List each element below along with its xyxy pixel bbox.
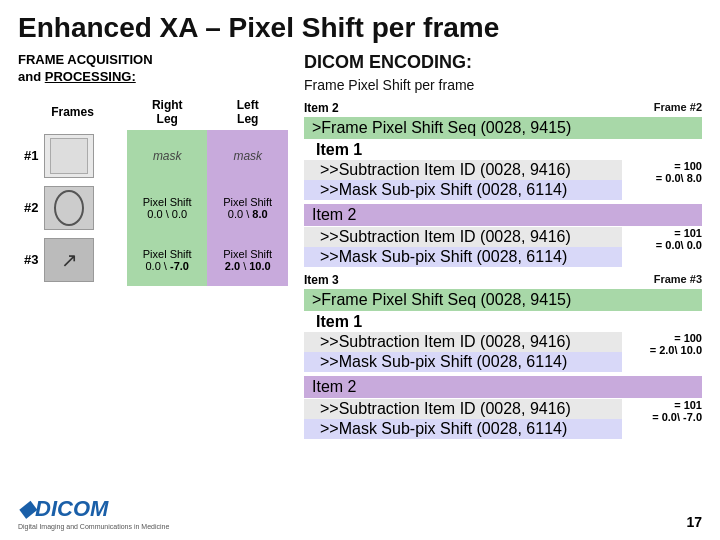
frame3-item2-row1: >>Subtraction Item ID (0028, 9416) >>Mas… — [304, 399, 702, 439]
tag-label: >>Subtraction Item ID (0028, 9416) — [320, 161, 571, 179]
frame2-item1-val1: = 100 — [626, 160, 702, 172]
col-frames-header: Frames — [18, 94, 127, 130]
tag-label: >>Subtraction Item ID (0028, 9416) — [320, 400, 571, 418]
dicom-encoding-header: DICOM ENCODING: — [304, 52, 702, 73]
frame1-label: #1 — [24, 148, 38, 163]
tag-label: >>Subtraction Item ID (0028, 9416) — [320, 228, 571, 246]
frame3-item2-val1: = 101 — [626, 399, 702, 411]
dicom-encoding-subheader: Frame Pixel Shift per frame — [304, 77, 702, 93]
frame2-badge: Frame #2 — [654, 101, 702, 115]
tag-label: >>Mask Sub-pix Shift (0028, 6114) — [320, 420, 567, 438]
frame3-thumb: ↗ — [44, 238, 94, 282]
frame2-item1-row1: >>Subtraction Item ID (0028, 9416) >>Mas… — [304, 160, 702, 200]
frame2-label: #2 — [24, 200, 38, 215]
frame3-label: #3 — [24, 252, 38, 267]
page-title: Enhanced XA – Pixel Shift per frame — [0, 0, 720, 52]
dicom-subtitle: Digital Imaging and Communications in Me… — [18, 523, 169, 530]
frame2-item2-label: Item 2 — [304, 204, 702, 226]
frame2-item1-val2: = 0.0\ 8.0 — [626, 172, 702, 184]
frame3-item-label: Item 3 — [304, 273, 339, 287]
frame2-item1: Item 1 >>Subtraction Item ID (0028, 9416… — [304, 140, 702, 200]
tag-label: >>Subtraction Item ID (0028, 9416) — [320, 333, 571, 351]
frame3-item1-val1: = 100 — [626, 332, 702, 344]
frame1-thumb — [44, 134, 94, 178]
left-panel: FRAME ACQUISITION and PROCESSING: Frames… — [18, 52, 288, 445]
frame2-item2: Item 2 >>Subtraction Item ID (0028, 9416… — [304, 204, 702, 267]
table-row: #3 ↗ Pixel Shift0.0 \ -7.0 Pixel Shift2.… — [18, 234, 288, 286]
tag-label: >>Mask Sub-pix Shift (0028, 6114) — [320, 353, 567, 371]
arrow-icon: ↗ — [61, 248, 78, 272]
frame3-badge: Frame #3 — [654, 273, 702, 287]
frame2-item1-label: Item 1 — [304, 140, 702, 160]
frame3-item1-val2: = 2.0\ 10.0 — [626, 344, 702, 356]
col-right-header: RightLeg — [127, 94, 208, 130]
frame3-right: Pixel Shift0.0 \ -7.0 — [127, 234, 208, 286]
frame2-item2-mask: >>Mask Sub-pix Shift (0028, 6114) — [304, 247, 622, 267]
col-left-header: LeftLeg — [207, 94, 288, 130]
frame2-seq: >Frame Pixel Shift Seq (0028, 9415) — [304, 117, 702, 139]
frame2-section: Item 2 Frame #2 >Frame Pixel Shift Seq (… — [304, 101, 702, 267]
frame3-section: Item 3 Frame #3 >Frame Pixel Shift Seq (… — [304, 273, 702, 439]
frames-table: Frames RightLeg LeftLeg #1 — [18, 94, 288, 286]
header-line1: FRAME ACQUISITION — [18, 52, 153, 67]
tag-label: >>Mask Sub-pix Shift (0028, 6114) — [320, 248, 567, 266]
frame3-item1-label: Item 1 — [304, 312, 702, 332]
header-line2-underline: PROCESSING: — [45, 69, 136, 84]
frame2-item1-subtraction: >>Subtraction Item ID (0028, 9416) — [304, 160, 622, 180]
frame3-title-row: Item 3 Frame #3 — [304, 273, 702, 287]
dicom-logo: ◆DICOM Digital Imaging and Communication… — [18, 496, 169, 530]
frame2-item2-val2: = 0.0\ 0.0 — [626, 239, 702, 251]
dicom-logo-text: ◆DICOM — [18, 496, 108, 521]
frame3-item2-subtraction: >>Subtraction Item ID (0028, 9416) — [304, 399, 622, 419]
frame1-right: mask — [127, 130, 208, 182]
frame2-item1-mask: >>Mask Sub-pix Shift (0028, 6114) — [304, 180, 622, 200]
frame2-item-label: Item 2 — [304, 101, 339, 115]
frame3-item1: Item 1 >>Subtraction Item ID (0028, 9416… — [304, 312, 702, 372]
table-row: #1 mask mask — [18, 130, 288, 182]
frame1-left: mask — [207, 130, 288, 182]
frame2-title-row: Item 2 Frame #2 — [304, 101, 702, 115]
frame2-item2-val1: = 101 — [626, 227, 702, 239]
table-row: #2 Pixel Shift0.0 \ 0.0 Pixel Shift0.0 \… — [18, 182, 288, 234]
frame3-item1-subtraction: >>Subtraction Item ID (0028, 9416) — [304, 332, 622, 352]
header-line2: and — [18, 69, 45, 84]
frame3-item1-row1: >>Subtraction Item ID (0028, 9416) >>Mas… — [304, 332, 702, 372]
tag-label: >>Mask Sub-pix Shift (0028, 6114) — [320, 181, 567, 199]
frame2-item2-subtraction: >>Subtraction Item ID (0028, 9416) — [304, 227, 622, 247]
frame3-item1-mask: >>Mask Sub-pix Shift (0028, 6114) — [304, 352, 622, 372]
frame2-item2-row1: >>Subtraction Item ID (0028, 9416) >>Mas… — [304, 227, 702, 267]
frame3-seq: >Frame Pixel Shift Seq (0028, 9415) — [304, 289, 702, 311]
frame3-item2-label: Item 2 — [304, 376, 702, 398]
frame2-right: Pixel Shift0.0 \ 0.0 — [127, 182, 208, 234]
frame3-item2-val2: = 0.0\ -7.0 — [626, 411, 702, 423]
page-number: 17 — [686, 514, 702, 530]
frame3-item2-mask: >>Mask Sub-pix Shift (0028, 6114) — [304, 419, 622, 439]
frame3-item2: Item 2 >>Subtraction Item ID (0028, 9416… — [304, 376, 702, 439]
frame2-left: Pixel Shift0.0 \ 8.0 — [207, 182, 288, 234]
right-panel: DICOM ENCODING: Frame Pixel Shift per fr… — [304, 52, 702, 445]
frame3-left: Pixel Shift2.0 \ 10.0 — [207, 234, 288, 286]
frame2-thumb — [44, 186, 94, 230]
left-header: FRAME ACQUISITION and PROCESSING: — [18, 52, 288, 86]
